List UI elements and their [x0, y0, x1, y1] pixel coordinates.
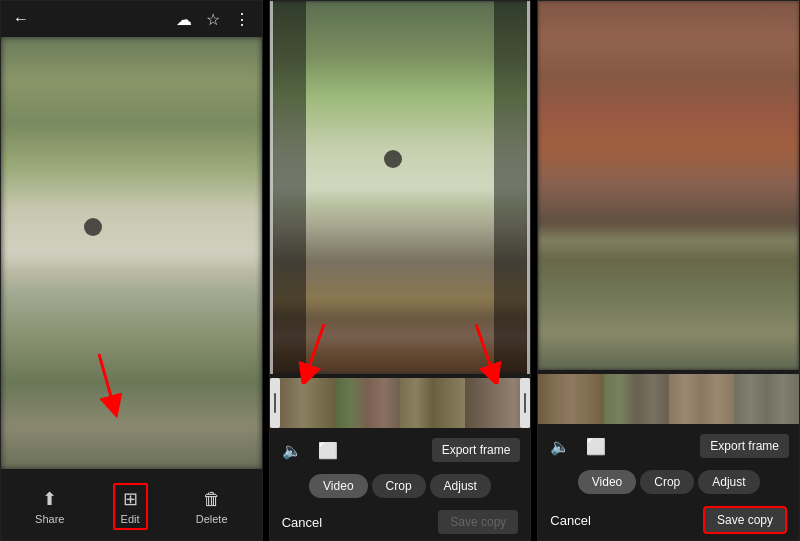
tab-crop-3[interactable]: Crop	[640, 470, 694, 494]
edit-icon: ⊞	[123, 488, 138, 510]
delete-label: Delete	[196, 513, 228, 525]
svg-line-1	[99, 354, 114, 407]
share-button[interactable]: ⬆ Share	[35, 488, 64, 525]
share-label: Share	[35, 513, 64, 525]
filmstrip-handle-right[interactable]	[520, 378, 530, 428]
cancel-button-2[interactable]: Cancel	[282, 515, 322, 530]
more-icon[interactable]: ⋮	[232, 8, 252, 31]
image-area-1	[1, 37, 262, 469]
tab-video-3[interactable]: Video	[578, 470, 636, 494]
film-segment	[400, 378, 465, 428]
action-bar-1: ⬆ Share ⊞ Edit 🗑 Delete	[1, 477, 262, 536]
arrow-indicator-1	[79, 349, 139, 419]
controls-row-2: 🔈 ⬜ Export frame	[270, 432, 531, 468]
delete-icon: 🗑	[203, 489, 221, 510]
filmstrip-3	[538, 374, 799, 424]
edit-button[interactable]: ⊞ Edit	[113, 483, 148, 530]
bottom-actions-3: Cancel Save copy	[538, 500, 799, 540]
edit-label: Edit	[121, 513, 140, 525]
cloud-icon[interactable]: ☁	[174, 8, 194, 31]
save-copy-button-3[interactable]: Save copy	[703, 506, 787, 534]
film-segment	[335, 378, 400, 428]
tab-row-3: Video Crop Adjust	[538, 464, 799, 500]
film-segment	[669, 374, 734, 424]
bottom-toolbar-1: ⬆ Share ⊞ Edit 🗑 Delete	[1, 469, 262, 540]
film-segment	[604, 374, 669, 424]
top-bar-right-1: ☁ ☆ ⋮	[174, 8, 252, 31]
panel-3: 🔈 ⬜ Export frame Video Crop Adjust Cance…	[537, 0, 800, 541]
image-area-3	[538, 1, 799, 370]
arrow-indicator-2a	[296, 319, 341, 384]
arrow-indicator-2b	[459, 319, 504, 384]
delete-button[interactable]: 🗑 Delete	[196, 489, 228, 525]
svg-line-3	[306, 324, 324, 376]
film-segment	[538, 374, 603, 424]
tab-adjust-2[interactable]: Adjust	[430, 474, 491, 498]
filmstrip-2	[270, 378, 531, 428]
share-icon: ⬆	[42, 488, 57, 510]
cancel-button-3[interactable]: Cancel	[550, 513, 590, 528]
panel-2: 🔈 ⬜ Export frame Video Crop Adjust Cance…	[269, 0, 532, 541]
controls-left-3: 🔈 ⬜	[548, 435, 608, 458]
film-segment	[734, 374, 799, 424]
volume-icon-3[interactable]: 🔈	[548, 435, 572, 458]
filmstrip-inner-2	[270, 378, 531, 428]
filmstrip-handle-left[interactable]	[270, 378, 280, 428]
export-frame-button-2[interactable]: Export frame	[432, 438, 521, 462]
handle-line	[524, 393, 526, 413]
bottom-actions-2: Cancel Save copy	[270, 504, 531, 540]
handle-line	[274, 393, 276, 413]
filmstrip-inner-3	[538, 374, 799, 424]
controls-left-2: 🔈 ⬜	[280, 439, 340, 462]
top-bar-left-1: ←	[11, 8, 31, 30]
controls-row-3: 🔈 ⬜ Export frame	[538, 428, 799, 464]
screen-icon-2[interactable]: ⬜	[316, 439, 340, 462]
back-icon[interactable]: ←	[11, 8, 31, 30]
tab-adjust-3[interactable]: Adjust	[698, 470, 759, 494]
photo-overlay-3	[538, 1, 799, 167]
save-copy-button-2[interactable]: Save copy	[438, 510, 518, 534]
tab-row-2: Video Crop Adjust	[270, 468, 531, 504]
top-bar-1: ← ☁ ☆ ⋮	[1, 1, 262, 37]
screen-icon-3[interactable]: ⬜	[584, 435, 608, 458]
volume-icon-2[interactable]: 🔈	[280, 439, 304, 462]
svg-line-5	[476, 324, 494, 376]
tab-video-2[interactable]: Video	[309, 474, 367, 498]
export-frame-button-3[interactable]: Export frame	[700, 434, 789, 458]
panel-1: ← ☁ ☆ ⋮ ⬆ Share ⊞	[0, 0, 263, 541]
crop-line-right	[527, 1, 530, 374]
crop-line-left	[270, 1, 273, 374]
star-icon[interactable]: ☆	[204, 8, 222, 31]
tab-crop-2[interactable]: Crop	[372, 474, 426, 498]
